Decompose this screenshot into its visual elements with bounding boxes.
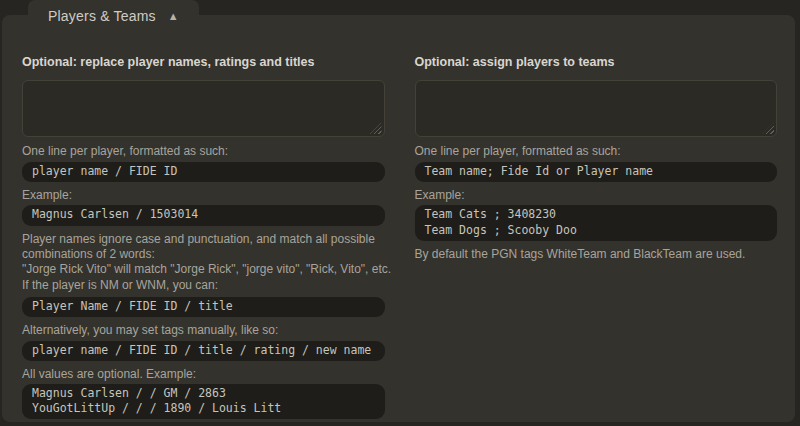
replace-players-section: Optional: replace player names, ratings … <box>22 55 385 425</box>
players-teams-tab[interactable]: Players & Teams ▲ <box>28 0 199 32</box>
assign-teams-textarea-wrap <box>415 80 778 137</box>
manual-format-code-block: player name / FIDE ID / title / rating /… <box>22 341 385 361</box>
title-format-code-block: Player Name / FIDE ID / title <box>22 297 385 317</box>
full-example-code-block: Magnus Carlsen / / GM / 2863 YouGotLittU… <box>22 384 385 419</box>
code-line: YouGotLittUp / / / 1890 / Louis Litt <box>32 401 375 416</box>
team-example-label: Example: <box>415 188 778 202</box>
team-format-code-block: Team name; Fide Id or Player name <box>415 162 778 182</box>
explanation-line: If the player is NM or WNM, you can: <box>22 278 385 293</box>
explanation-line: Player names ignore case and punctuation… <box>22 232 385 263</box>
replace-players-textarea-wrap <box>22 80 385 137</box>
team-format-hint-label: One line per player, formatted as such: <box>415 144 778 158</box>
replace-players-heading: Optional: replace player names, ratings … <box>22 55 385 69</box>
code-line: Team Dogs ; Scooby Doo <box>425 223 768 238</box>
pgn-tags-note: By default the PGN tags WhiteTeam and Bl… <box>415 247 778 262</box>
format-code-block: player name / FIDE ID <box>22 162 385 182</box>
players-teams-tab-label: Players & Teams <box>48 8 156 24</box>
full-example-label: All values are optional. Example: <box>22 367 385 381</box>
explanation-line: "Jorge Rick Vito" will match "Jorge Rick… <box>22 262 385 277</box>
format-hint-label: One line per player, formatted as such: <box>22 144 385 158</box>
code-line: Team Cats ; 3408230 <box>425 207 768 222</box>
replace-players-textarea[interactable] <box>22 80 385 137</box>
players-teams-panel: Optional: replace player names, ratings … <box>2 15 795 422</box>
matching-explanation: Player names ignore case and punctuation… <box>22 232 385 293</box>
assign-teams-textarea[interactable] <box>415 80 778 137</box>
example-code-block: Magnus Carlsen / 1503014 <box>22 205 385 225</box>
manual-tags-hint-label: Alternatively, you may set tags manually… <box>22 323 385 337</box>
code-line: Magnus Carlsen / / GM / 2863 <box>32 386 375 401</box>
example-label: Example: <box>22 188 385 202</box>
assign-teams-section: Optional: assign players to teams One li… <box>415 55 778 425</box>
assign-teams-heading: Optional: assign players to teams <box>415 55 778 69</box>
collapse-triangle-icon[interactable]: ▲ <box>168 11 179 22</box>
panel-columns: Optional: replace player names, ratings … <box>2 15 795 425</box>
team-example-code-block: Team Cats ; 3408230 Team Dogs ; Scooby D… <box>415 205 778 240</box>
